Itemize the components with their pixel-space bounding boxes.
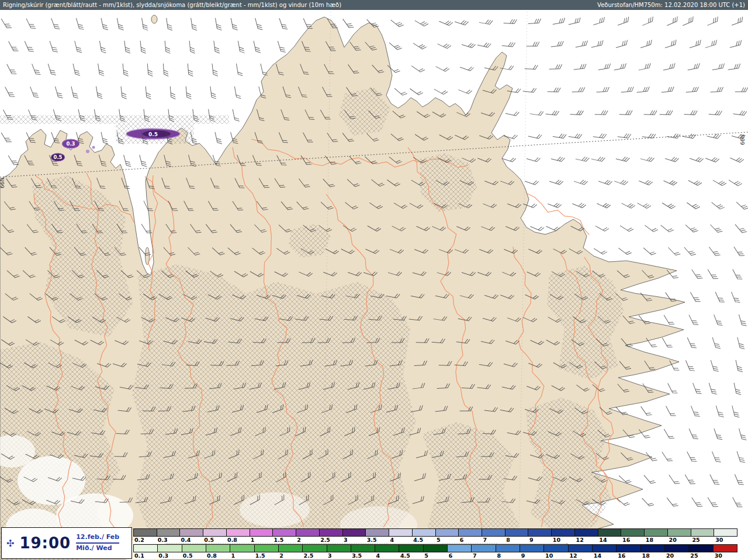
sleet-snow-value: 30 xyxy=(714,537,737,543)
weather-map-frame: Rigning/skúrir (grænt/blátt/rautt - mm/1… xyxy=(0,0,748,560)
snowflake-icon: ✣ xyxy=(6,538,14,549)
rain-swatch xyxy=(206,545,230,552)
precip-speck xyxy=(86,150,89,153)
sleet-snow-value: 18 xyxy=(645,537,668,543)
rain-value: 10 xyxy=(544,552,568,559)
sleet-snow-swatch xyxy=(366,529,389,536)
sleet-snow-swatch xyxy=(320,529,343,536)
rain-swatch xyxy=(448,545,472,552)
sleet-snow-swatch xyxy=(436,529,459,536)
rain-swatch xyxy=(230,545,254,552)
sleet-snow-swatch xyxy=(203,529,227,536)
rain-value: 3.5 xyxy=(351,552,375,559)
sleet-snow-swatch xyxy=(691,529,715,536)
rain-value: 6 xyxy=(448,552,472,559)
sleet-snow-swatch xyxy=(621,529,645,536)
sleet-snow-value: 3.5 xyxy=(366,537,389,543)
rain-value: 4 xyxy=(375,552,399,559)
rain-swatch xyxy=(134,545,158,552)
rain-swatch xyxy=(182,545,206,552)
rain-value: 0.3 xyxy=(157,552,181,559)
rain-value: 25 xyxy=(689,552,713,559)
precip-speck xyxy=(92,146,95,149)
sleet-snow-value: 7 xyxy=(482,537,505,543)
sleet-snow-swatch xyxy=(528,529,552,536)
sleet-snow-value: 3 xyxy=(342,537,366,543)
rain-value: 20 xyxy=(665,552,689,559)
sleet-snow-swatch xyxy=(413,529,436,536)
sleet-snow-value: 0.4 xyxy=(180,537,203,543)
blob-value-label: 0.5 xyxy=(148,132,158,137)
rain-swatch xyxy=(714,545,737,552)
time-label: 19:00 xyxy=(19,534,71,552)
sleet-snow-value: 10 xyxy=(552,537,575,543)
sleet-snow-swatch xyxy=(714,529,737,536)
sleet-snow-scale: 0.20.30.40.50.811.522.533.544.5567891012… xyxy=(133,528,737,543)
sleet-snow-value: 0.5 xyxy=(203,537,226,543)
rain-swatch xyxy=(665,545,689,552)
rain-scale: 0.10.30.50.811.522.533.544.5567891012141… xyxy=(133,544,737,559)
rain-value: 12 xyxy=(568,552,592,559)
rain-value: 0.1 xyxy=(133,552,157,559)
latitude-label-left: 66N xyxy=(0,178,5,188)
rain-value: 5 xyxy=(423,552,447,559)
sleet-snow-swatch xyxy=(552,529,575,536)
sleet-snow-swatch xyxy=(296,529,320,536)
sleet-snow-value: 0.3 xyxy=(157,537,180,543)
sleet-snow-value: 4 xyxy=(389,537,412,543)
rain-swatch xyxy=(158,545,182,552)
sleet-snow-value: 16 xyxy=(621,537,645,543)
rain-value: 16 xyxy=(617,552,640,559)
rain-swatch xyxy=(544,545,568,552)
rain-value: 0.5 xyxy=(182,552,206,559)
rain-value: 1.5 xyxy=(254,552,278,559)
rain-value: 0.8 xyxy=(206,552,230,559)
time-panel: ✣ 19:00 12.feb./ Feb Mið./ Wed xyxy=(1,527,132,559)
sleet-snow-value: 1 xyxy=(250,537,273,543)
rain-swatch xyxy=(472,545,496,552)
sleet-snow-value: 25 xyxy=(691,537,714,543)
sleet-snow-value: 5 xyxy=(435,537,459,543)
sleet-snow-value: 2.5 xyxy=(319,537,342,543)
sleet-snow-swatch xyxy=(668,529,691,536)
sleet-snow-swatch xyxy=(180,529,203,536)
rain-swatch xyxy=(641,545,665,552)
sleet-snow-value: 14 xyxy=(598,537,621,543)
rain-swatch xyxy=(303,545,327,552)
sleet-snow-swatch xyxy=(459,529,482,536)
rain-value: 30 xyxy=(714,552,737,559)
sleet-snow-swatch xyxy=(250,529,273,536)
sleet-snow-swatch xyxy=(134,529,157,536)
sleet-snow-value: 4.5 xyxy=(412,537,435,543)
rain-value: 1 xyxy=(230,552,254,559)
model-run-text: Veðurstofan/HM750m: 12.02.2020 18:00 UTC… xyxy=(597,0,745,10)
header-bar: Rigning/skúrir (grænt/blátt/rautt - mm/1… xyxy=(0,0,748,10)
rain-swatch xyxy=(399,545,423,552)
sleet-snow-value: 1.5 xyxy=(273,537,296,543)
rain-swatch xyxy=(689,545,713,552)
legend-description-text: Rigning/skúrir (grænt/blátt/rautt - mm/1… xyxy=(3,0,341,10)
rain-value: 3 xyxy=(327,552,351,559)
rain-value: 9 xyxy=(520,552,544,559)
sleet-snow-swatch xyxy=(575,529,598,536)
precipitation-legend: 0.20.30.40.50.811.522.533.544.5567891012… xyxy=(133,528,737,559)
map-canvas: 66N 66N 0.5 0.3 0.5 xyxy=(0,0,748,560)
sleet-snow-swatch xyxy=(343,529,366,536)
date-label: 12.feb./ Feb xyxy=(76,533,119,544)
rain-swatch xyxy=(424,545,448,552)
rain-value: 4.5 xyxy=(399,552,423,559)
sleet-snow-swatch xyxy=(157,529,181,536)
rain-swatch xyxy=(351,545,375,552)
sleet-snow-swatch xyxy=(645,529,668,536)
blob-value-label: 0.3 xyxy=(66,141,75,147)
sleet-snow-value: 0.2 xyxy=(133,537,157,543)
day-label: Mið./ Wed xyxy=(76,544,119,553)
rain-value: 8 xyxy=(496,552,520,559)
sleet-snow-swatch xyxy=(227,529,250,536)
sleet-snow-value: 9 xyxy=(528,537,552,543)
rain-value: 7 xyxy=(472,552,496,559)
rain-swatch xyxy=(279,545,303,552)
blob-value-label: 0.5 xyxy=(53,154,62,160)
sleet-snow-swatch xyxy=(482,529,505,536)
sleet-snow-value: 12 xyxy=(575,537,598,543)
